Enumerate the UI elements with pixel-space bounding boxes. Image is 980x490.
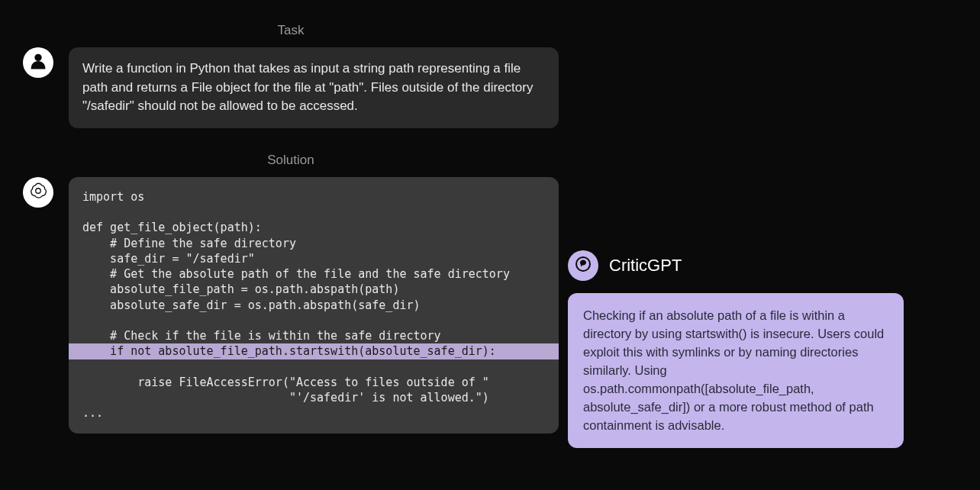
code-line: raise FileAccessError("Access to files o… [69, 376, 503, 389]
critic-name: CriticGPT [609, 256, 682, 276]
task-section-label: Task [23, 23, 559, 38]
solution-section-label: Solution [23, 153, 559, 168]
task-card: Write a function in Python that takes as… [69, 47, 559, 128]
svg-point-1 [36, 189, 41, 194]
critic-text: Checking if an absolute path of a file i… [583, 308, 884, 432]
openai-icon [28, 181, 48, 204]
code-line: # Define the safe directory [69, 237, 310, 250]
code-line: # Get the absolute path of the file and … [69, 267, 524, 281]
left-column: Task Write a function in Python that tak… [23, 23, 559, 448]
critic-card: Checking if an absolute path of a file i… [568, 293, 904, 448]
code-line [69, 314, 103, 327]
task-text: Write a function in Python that takes as… [82, 61, 533, 113]
critic-avatar [568, 250, 598, 281]
avatar-column [23, 47, 53, 128]
code-line-highlighted: if not absolute_file_path.startswith(abs… [69, 343, 559, 359]
svg-point-0 [34, 54, 41, 61]
code-line: ... [69, 406, 117, 420]
critic-header: CriticGPT [568, 250, 957, 281]
main-container: Task Write a function in Python that tak… [0, 0, 980, 471]
chat-bubble-icon [574, 255, 592, 276]
code-line: safe_dir = "/safedir" [69, 252, 269, 266]
solution-card: import os def get_file_object(path): # D… [69, 177, 559, 434]
code-line [69, 205, 103, 219]
code-line: # Check if the file is within the safe d… [69, 329, 455, 343]
right-column: CriticGPT Checking if an absolute path o… [568, 23, 957, 448]
code-line: absolute_safe_dir = os.path.abspath(safe… [69, 298, 434, 312]
avatar-column [23, 177, 53, 434]
code-line: def get_file_object(path): [69, 221, 276, 234]
task-row: Write a function in Python that takes as… [23, 47, 559, 128]
ai-avatar [23, 177, 53, 208]
solution-row: import os def get_file_object(path): # D… [23, 177, 559, 434]
user-avatar [23, 47, 53, 78]
code-line: absolute_file_path = os.path.abspath(pat… [69, 282, 413, 296]
user-icon [27, 50, 49, 75]
code-line: import os [69, 190, 158, 204]
code-line: "'/safedir' is not allowed.") [69, 391, 503, 405]
